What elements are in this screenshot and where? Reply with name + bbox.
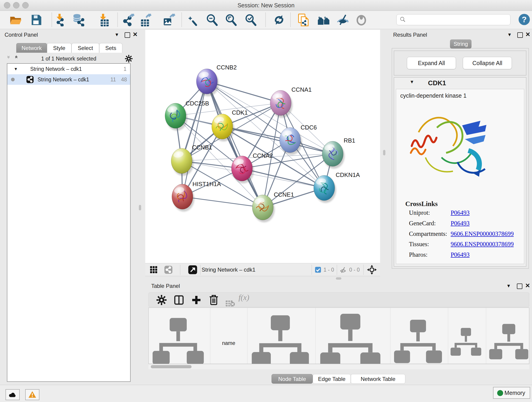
- open-in-new-icon[interactable]: [188, 265, 197, 274]
- column-header[interactable]: database identifier: [316, 308, 390, 364]
- import-table-button[interactable]: [97, 13, 110, 26]
- tab-string[interactable]: String: [450, 39, 472, 49]
- collapse-all-button[interactable]: Collapse All: [463, 57, 512, 69]
- toolbar-separator: [117, 13, 118, 27]
- network-collection-row[interactable]: ▼ String Network – cdk1 1: [7, 64, 130, 74]
- toolbar-separator: [51, 13, 52, 27]
- column-header[interactable]: shared name: [149, 308, 210, 364]
- network-node-CDKN1A[interactable]: [314, 175, 336, 203]
- table-panel-close-icon[interactable]: ✕: [525, 282, 530, 289]
- import-network-file-button[interactable]: [53, 13, 66, 26]
- network-node-RB1[interactable]: [322, 141, 345, 169]
- search-input[interactable]: [409, 15, 508, 24]
- svg-text:CDKN1A: CDKN1A: [336, 172, 360, 178]
- network-from-selection-button[interactable]: [297, 13, 310, 26]
- tab-sets[interactable]: Sets: [99, 43, 122, 53]
- grid-view-icon[interactable]: [149, 265, 158, 274]
- crosslink-genecard[interactable]: P06493: [451, 220, 470, 227]
- network-row[interactable]: String Network – cdk1 11 48: [7, 74, 130, 85]
- birds-eye-button[interactable]: [355, 13, 368, 26]
- network-node-CDC6[interactable]: [279, 128, 302, 155]
- share-view-icon[interactable]: [164, 265, 173, 274]
- tab-style[interactable]: Style: [47, 43, 71, 53]
- memory-button[interactable]: Memory: [493, 387, 530, 399]
- tab-network[interactable]: Network: [16, 43, 47, 53]
- export-image-button[interactable]: [163, 13, 176, 26]
- table-options-gear-icon[interactable]: [156, 294, 167, 306]
- column-header[interactable]: canonical name: [247, 308, 316, 364]
- network-options-gear-icon[interactable]: [125, 55, 133, 63]
- table-panel-menu-icon[interactable]: ▼: [506, 283, 511, 288]
- warning-status-button[interactable]: [25, 389, 39, 400]
- network-node-CCNE1[interactable]: [252, 195, 275, 222]
- selected-checkbox-icon[interactable]: [315, 267, 321, 273]
- network-canvas[interactable]: CCNB2CCNA1CDC25BCDK1CDC6RB1CCNB1CCNA2CDK…: [145, 30, 380, 263]
- crosslink-pharos[interactable]: P06493: [451, 251, 470, 258]
- crosslink-tissues[interactable]: 9606.ENSP00000378699: [451, 241, 514, 248]
- results-panel-close-icon[interactable]: ✕: [525, 31, 530, 38]
- gene-section-header[interactable]: ▼ CDK1: [394, 77, 526, 89]
- save-button[interactable]: [30, 13, 43, 26]
- refresh-layout-button[interactable]: [273, 13, 285, 26]
- help-button[interactable]: ?: [518, 13, 531, 26]
- hierarchy-icon: [391, 315, 445, 364]
- export-table-button[interactable]: [139, 13, 152, 26]
- expand-all-button[interactable]: Expand All: [407, 57, 456, 69]
- crosslink-uniprot[interactable]: P06493: [451, 209, 470, 216]
- svg-text:CCNB2: CCNB2: [216, 64, 237, 71]
- network-node-CDK1[interactable]: [212, 114, 234, 141]
- tab-select[interactable]: Select: [71, 43, 99, 53]
- horizontal-splitter-handle[interactable]: [336, 277, 341, 280]
- crosslink-label: Pharos:: [409, 251, 428, 258]
- delete-column-icon[interactable]: [208, 294, 219, 306]
- scrollbar-thumb[interactable]: [151, 365, 191, 368]
- crosslink-compartments[interactable]: 9606.ENSP00000378699: [451, 230, 514, 237]
- show-hide-button[interactable]: [336, 13, 349, 26]
- open-file-button[interactable]: [9, 13, 22, 26]
- tree-expander-icon[interactable]: ▼: [14, 64, 18, 74]
- network-node-CDC25B[interactable]: [165, 103, 187, 131]
- birds-eye-crosshair-icon[interactable]: [367, 264, 377, 275]
- vertical-splitter-handle[interactable]: [383, 150, 385, 155]
- column-header[interactable]: description: [390, 308, 448, 364]
- cloud-status-button[interactable]: [6, 389, 20, 400]
- import-network-database-button[interactable]: [72, 13, 85, 26]
- string-home-button[interactable]: [317, 13, 330, 26]
- zoom-in-button[interactable]: circle cx="20" cy="18" r="13" fill="none…: [185, 13, 198, 26]
- hidden-eye-icon[interactable]: [339, 266, 347, 274]
- section-expander-icon[interactable]: ▼: [410, 79, 414, 85]
- column-header[interactable]: @id: [448, 308, 486, 364]
- network-node-CCNA1[interactable]: [270, 90, 293, 118]
- zoom-fit-button[interactable]: [225, 13, 237, 26]
- tab-network-table[interactable]: Network Table: [351, 374, 405, 384]
- control-panel-menu-icon[interactable]: ▼: [114, 32, 119, 37]
- network-tree: ▼ String Network – cdk1 1 String Network…: [7, 63, 131, 382]
- selected-counter: 1 - 0: [323, 263, 334, 276]
- network-node-CCNA2[interactable]: [231, 156, 254, 183]
- string-network-graph[interactable]: CCNB2CCNA1CDC25BCDK1CDC6RB1CCNB1CCNA2CDK…: [145, 30, 380, 263]
- table-header-row: shared name name canonical name database…: [149, 308, 529, 364]
- zoom-out-button[interactable]: [206, 13, 218, 26]
- network-node-count: 11: [110, 74, 116, 85]
- network-node-CCNB1[interactable]: [171, 148, 194, 176]
- tab-edge-table[interactable]: Edge Table: [313, 374, 351, 384]
- tab-node-table[interactable]: Node Table: [272, 374, 313, 384]
- network-selection-status: 1 of 1 Network selected: [2, 54, 136, 64]
- vertical-splitter-handle[interactable]: [139, 205, 141, 211]
- control-panel-float-icon[interactable]: [125, 32, 130, 38]
- show-columns-icon[interactable]: [173, 294, 184, 306]
- network-node-CCNB2[interactable]: [196, 69, 219, 96]
- results-panel-menu-icon[interactable]: ▼: [507, 32, 512, 37]
- network-node-HIST1H1A[interactable]: [172, 184, 194, 211]
- column-header[interactable]: name: [210, 308, 247, 364]
- add-column-icon[interactable]: [191, 294, 202, 306]
- table-horizontal-scrollbar[interactable]: [148, 364, 529, 369]
- export-network-button[interactable]: [122, 13, 135, 26]
- hierarchy-icon: [149, 313, 208, 364]
- zoom-selected-button[interactable]: [244, 13, 257, 26]
- table-panel-float-icon[interactable]: [517, 283, 522, 289]
- results-panel-float-icon[interactable]: [517, 32, 523, 38]
- column-header[interactable]: namespace: [486, 308, 529, 364]
- control-panel-close-icon[interactable]: ✕: [133, 31, 138, 38]
- crosslink-label: Tissues:: [409, 241, 429, 248]
